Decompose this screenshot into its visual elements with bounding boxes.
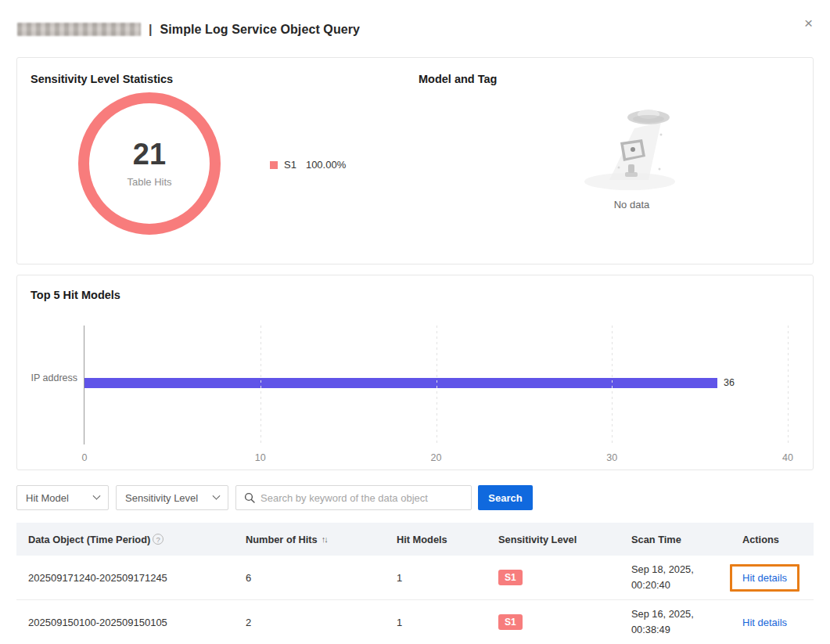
filter-toolbar: Hit Model Sensitivity Level Search xyxy=(16,485,814,510)
chevron-down-icon xyxy=(213,491,221,499)
search-box[interactable] xyxy=(235,485,472,510)
cell-scan-time: Sep 16, 2025, 00:38:49 xyxy=(620,606,731,638)
table-row: 202509150100-202509150105 2 1 S1 Sep 16,… xyxy=(16,600,814,644)
gridline xyxy=(788,326,789,444)
sensitivity-donut-chart: 21 Table Hits xyxy=(78,92,221,235)
no-data-text: No data xyxy=(614,199,650,210)
cell-data-object: 202509150100-202509150105 xyxy=(16,617,234,628)
cell-hit-models: 1 xyxy=(385,617,487,628)
donut-center-label: Table Hits xyxy=(127,176,171,188)
dialog-header: | Simple Log Service Object Query × xyxy=(0,0,830,43)
page-title: Simple Log Service Object Query xyxy=(160,23,360,37)
redacted-instance-name xyxy=(17,23,141,36)
hit-model-dropdown-label: Hit Model xyxy=(26,492,69,504)
model-tag-empty-state: No data xyxy=(555,99,708,210)
cell-number-of-hits: 2 xyxy=(234,617,385,628)
chevron-down-icon xyxy=(93,491,101,499)
hit-details-link[interactable]: Hit details xyxy=(742,572,787,584)
legend-label: S1 xyxy=(284,159,296,171)
hit-details-link[interactable]: Hit details xyxy=(742,617,787,628)
help-icon[interactable]: ? xyxy=(153,534,163,545)
top-hit-models-card: Top 5 Hit Models IP address 36 010203040 xyxy=(16,275,814,470)
col-scan-time: Scan Time xyxy=(620,534,731,545)
cell-hit-models: 1 xyxy=(385,572,487,584)
donut-center-value: 21 xyxy=(133,139,166,171)
title-divider: | xyxy=(149,23,152,37)
sensitivity-badge-s1: S1 xyxy=(498,614,523,629)
cell-scan-time: Sep 18, 2025, 00:20:40 xyxy=(620,562,731,593)
col-sensitivity-level: Sensitivity Level xyxy=(487,534,620,545)
bar-chart-plot: IP address 36 010203040 xyxy=(84,326,788,444)
table-header-row: Data Object (Time Period) ? Number of Hi… xyxy=(16,523,814,556)
close-icon[interactable]: × xyxy=(804,16,813,31)
sensitivity-statistics-card: Sensitivity Level Statistics 21 Table Hi… xyxy=(16,57,814,264)
sensitivity-statistics-title: Sensitivity Level Statistics xyxy=(31,73,173,85)
gridline xyxy=(437,326,437,444)
hit-model-dropdown[interactable]: Hit Model xyxy=(16,485,109,510)
x-tick-label: 20 xyxy=(431,452,442,463)
donut-legend: S1 100.00% xyxy=(270,159,346,171)
cell-sensitivity-level: S1 xyxy=(487,614,620,629)
legend-swatch-s1 xyxy=(270,161,278,169)
col-number-of-hits: Number of Hits ↑↓ xyxy=(234,534,385,545)
data-object-table: Data Object (Time Period) ? Number of Hi… xyxy=(16,523,814,644)
col-hit-models: Hit Models xyxy=(385,534,487,545)
cell-actions: Hit details xyxy=(731,564,814,592)
sensitivity-dropdown-label: Sensitivity Level xyxy=(125,492,198,504)
col-data-object: Data Object (Time Period) ? xyxy=(16,534,234,545)
x-tick-label: 30 xyxy=(606,452,617,463)
bar xyxy=(84,378,717,388)
gridline xyxy=(260,326,261,444)
cell-actions: Hit details xyxy=(731,617,814,628)
cell-data-object: 202509171240-202509171245 xyxy=(16,572,234,584)
cell-number-of-hits: 6 xyxy=(234,572,385,584)
search-icon xyxy=(244,492,255,503)
top-hit-models-title: Top 5 Hit Models xyxy=(31,289,120,301)
x-tick-label: 40 xyxy=(782,452,793,463)
gridline xyxy=(612,326,613,444)
search-input[interactable] xyxy=(260,492,463,504)
sensitivity-level-dropdown[interactable]: Sensitivity Level xyxy=(116,485,228,510)
search-button[interactable]: Search xyxy=(478,485,533,510)
x-tick-label: 10 xyxy=(255,452,266,463)
simple-log-service-object-query-panel: { "header": { "divider": "|", "title": "… xyxy=(0,0,830,644)
bar-category-label: IP address xyxy=(31,372,77,383)
legend-percent: 100.00% xyxy=(306,159,346,171)
cell-sensitivity-level: S1 xyxy=(487,570,620,585)
no-data-illustration xyxy=(573,99,691,192)
model-and-tag-title: Model and Tag xyxy=(419,73,497,85)
bar-value-label: 36 xyxy=(724,377,735,388)
col-actions: Actions xyxy=(731,534,814,545)
action-highlight-box: Hit details xyxy=(730,564,799,592)
x-tick-label: 0 xyxy=(82,452,88,463)
table-row: 202509171240-202509171245 6 1 S1 Sep 18,… xyxy=(16,556,814,600)
donut-ring: 21 Table Hits xyxy=(78,92,221,235)
sort-icon[interactable]: ↑↓ xyxy=(322,534,327,544)
sensitivity-badge-s1: S1 xyxy=(498,570,523,585)
